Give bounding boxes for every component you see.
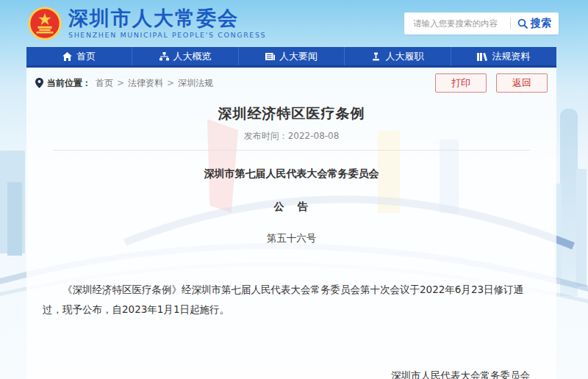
publish-time: 发布时间：2022-08-08 (26, 130, 556, 142)
right-building-shape (576, 169, 587, 286)
nav-item-label: 法规资料 (492, 50, 530, 63)
nav-item-label: 人大要闻 (279, 50, 318, 63)
site-title: 深圳市人大常委会 (68, 8, 266, 29)
nav-item-label: 人大概览 (173, 50, 212, 63)
site-header: 深圳市人大常委会 SHENZHEN MUNICIPAL PEOPLE'S CON… (0, 0, 588, 47)
breadcrumb-item-current[interactable]: 深圳法规 (178, 77, 213, 90)
nav-item-home[interactable]: 首页 (26, 47, 132, 65)
search-icon (517, 18, 528, 29)
content-panel: 当前位置： 首页 > 法律资料 > 深圳法规 打印 返回 深圳经济特区医疗条例 … (26, 68, 556, 379)
back-button[interactable]: 返回 (496, 73, 548, 93)
page-wrapper: 首页 人大概览 人大要闻 人大履职 法规资料 当前位置： 首页 > 法律资料 (26, 47, 556, 379)
left-building-shape (0, 151, 25, 253)
nav-item-regulations[interactable]: 法规资料 (451, 47, 556, 65)
signature-block: 深圳市人民代表大会常务委员会 2022年6月30日 (26, 369, 556, 379)
breadcrumb-item-legal[interactable]: 法律资料 (128, 77, 163, 90)
search-button-label: 搜索 (531, 17, 551, 30)
page-title: 深圳经济特区医疗条例 (26, 104, 556, 123)
nav-item-label: 首页 (76, 50, 96, 63)
national-emblem-logo (28, 7, 62, 40)
gavel-icon (371, 52, 381, 61)
breadcrumb-links: 首页 > 法律资料 > 深圳法规 (96, 77, 213, 90)
left-building-shape (7, 182, 22, 256)
page-actions: 打印 返回 (435, 73, 548, 93)
breadcrumb-label: 当前位置： (47, 77, 91, 90)
nav-item-news[interactable]: 人大要闻 (238, 47, 344, 65)
title-divider (53, 150, 530, 151)
home-icon (62, 52, 72, 61)
sitemap-icon (159, 52, 169, 61)
announcement-heading: 公 告 (26, 201, 556, 214)
issuing-org: 深圳市第七届人民代表大会常务委员会 (26, 167, 556, 181)
search-box: 搜索 (404, 12, 559, 35)
books-icon (477, 52, 487, 61)
article-body: 《深圳经济特区医疗条例》经深圳市第七届人民代表大会常务委员会第十次会议于2022… (43, 280, 540, 320)
news-icon (265, 52, 275, 61)
breadcrumb-item-home[interactable]: 首页 (96, 77, 113, 90)
search-input[interactable] (413, 18, 507, 29)
location-pin-icon (35, 78, 43, 88)
nav-item-label: 人大履职 (385, 50, 423, 63)
brand-text: 深圳市人大常委会 SHENZHEN MUNICIPAL PEOPLE'S CON… (68, 8, 266, 39)
breadcrumb-separator: > (167, 78, 174, 88)
site-brand[interactable]: 深圳市人大常委会 SHENZHEN MUNICIPAL PEOPLE'S CON… (28, 7, 266, 40)
search-button[interactable]: 搜索 (517, 17, 551, 30)
document-number: 第五十六号 (26, 232, 556, 245)
signature-org: 深圳市人民代表大会常务委员会 (26, 369, 530, 379)
site-subtitle: SHENZHEN MUNICIPAL PEOPLE'S CONGRESS (68, 31, 266, 39)
breadcrumb-separator: > (117, 78, 124, 88)
breadcrumb: 当前位置： 首页 > 法律资料 > 深圳法规 打印 返回 (26, 68, 556, 95)
print-button[interactable]: 打印 (435, 73, 487, 93)
main-nav: 首页 人大概览 人大要闻 人大履职 法规资料 (26, 47, 556, 68)
right-tower-shape (560, 109, 578, 296)
search-divider (510, 18, 511, 29)
nav-item-duty[interactable]: 人大履职 (344, 47, 450, 65)
nav-item-overview[interactable]: 人大概览 (132, 47, 237, 65)
